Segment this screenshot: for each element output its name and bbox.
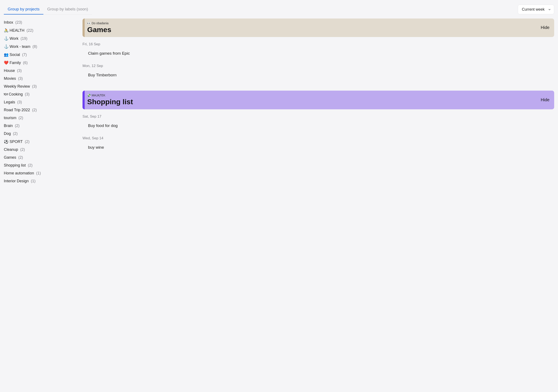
sidebar-item-count: (7)	[22, 52, 27, 57]
sidebar-item-count: (3)	[17, 69, 22, 73]
sidebar-item-label: ⚽ SPORT	[4, 139, 23, 144]
sidebar-item[interactable]: 👥 Social(7)	[4, 51, 78, 59]
sidebar-item[interactable]: ⚓ Work(19)	[4, 35, 78, 43]
date-label: Sat, Sep 17	[83, 114, 554, 119]
tab-group-by-projects[interactable]: Group by projects	[4, 4, 43, 15]
section-header: 👀 Do obadaniaGamesHide	[83, 18, 554, 37]
sidebar-item-label: Road Trip 2022	[4, 108, 30, 112]
sidebar-item-count: (3)	[25, 92, 30, 96]
sidebar-item[interactable]: Road Trip 2022(2)	[4, 106, 78, 114]
sidebar-item-label: 🍽 Cooking	[4, 92, 23, 96]
sidebar-item-label: Cleanup	[4, 148, 18, 152]
section-parent-label: 👀 Do obadania	[87, 21, 111, 25]
date-label: Fri, 16 Sep	[83, 42, 554, 46]
hide-button[interactable]: Hide	[541, 25, 549, 30]
sidebar-item-label: 👥 Social	[4, 52, 20, 57]
task-item[interactable]: Buy food for dog	[83, 120, 554, 131]
section-title: Shopping list	[87, 98, 133, 106]
content-area: 👀 Do obadaniaGamesHideFri, 16 SepClaim g…	[83, 18, 554, 185]
sidebar-item[interactable]: ⚓ Work - team(8)	[4, 43, 78, 51]
time-range-value: Current week	[522, 7, 545, 11]
sidebar-item-count: (2)	[25, 139, 30, 144]
sidebar-item-label: Dog	[4, 131, 11, 136]
sidebar-item[interactable]: Interior Design(1)	[4, 177, 78, 185]
sidebar-item-count: (2)	[32, 108, 37, 112]
sidebar-item-count: (2)	[28, 163, 33, 168]
sidebar-item-count: (3)	[18, 76, 23, 81]
sidebar-item[interactable]: 🚴 HEALTH(22)	[4, 26, 78, 35]
projects-sidebar: Inbox(23)🚴 HEALTH(22)⚓ Work(19)⚓ Work - …	[4, 18, 78, 185]
sidebar-item[interactable]: Home automation(1)	[4, 169, 78, 177]
sidebar-item-count: (2)	[20, 148, 25, 152]
sidebar-item-count: (2)	[15, 123, 19, 128]
sidebar-item-label: Weekly Review	[4, 84, 30, 89]
sidebar-item-count: (6)	[23, 61, 28, 65]
sidebar-item-count: (23)	[15, 20, 22, 25]
sidebar-item-count: (22)	[26, 28, 33, 33]
sidebar-item-count: (2)	[18, 116, 23, 120]
sidebar-item-label: Brain	[4, 123, 13, 128]
sidebar-item[interactable]: tourism(2)	[4, 114, 78, 122]
sidebar-item-label: ❤️ Family	[4, 61, 21, 65]
sidebar-item-count: (3)	[32, 84, 37, 89]
sidebar-item-label: tourism	[4, 116, 16, 120]
tab-group-by-labels[interactable]: Group by labels (soon)	[43, 4, 92, 15]
sidebar-item-count: (1)	[36, 171, 41, 175]
date-label: Wed, Sep 14	[83, 136, 554, 140]
sidebar-item-label: Interior Design	[4, 179, 29, 183]
sidebar-item-label: Inbox	[4, 20, 13, 25]
task-item[interactable]: Buy Timberborn	[83, 70, 554, 80]
task-item[interactable]: buy wine	[83, 142, 554, 153]
section-parent-label: 💸 MAJĄTEK	[87, 94, 133, 97]
time-range-select[interactable]: Current week	[518, 5, 554, 14]
sidebar-item-label: ⚓ Work	[4, 36, 18, 41]
sidebar-item[interactable]: Games(2)	[4, 154, 78, 161]
sidebar-item-label: Shopping list	[4, 163, 26, 168]
sidebar-item-count: (3)	[17, 100, 22, 105]
sidebar-item[interactable]: Cleanup(2)	[4, 146, 78, 154]
sidebar-item-label: 🚴 HEALTH	[4, 28, 25, 33]
sidebar-item[interactable]: ⚽ SPORT(2)	[4, 138, 78, 146]
sidebar-item-count: (2)	[18, 155, 23, 160]
sidebar-item[interactable]: Dog(2)	[4, 130, 78, 138]
sidebar-item[interactable]: Inbox(23)	[4, 18, 78, 26]
sidebar-item-label: Home automation	[4, 171, 34, 175]
sidebar-item-label: House	[4, 69, 15, 73]
sidebar-item-count: (19)	[21, 36, 27, 41]
sidebar-item[interactable]: Movies(3)	[4, 75, 78, 83]
sidebar-item-label: Movies	[4, 76, 16, 81]
date-label: Mon, 12 Sep	[83, 64, 554, 68]
hide-button[interactable]: Hide	[541, 97, 549, 102]
task-item[interactable]: Claim games from Epic	[83, 48, 554, 59]
sidebar-item[interactable]: Legals(3)	[4, 98, 78, 106]
chevron-down-icon	[548, 8, 551, 11]
sidebar-item-count: (2)	[13, 131, 18, 136]
sidebar-item[interactable]: Brain(2)	[4, 122, 78, 130]
sidebar-item[interactable]: Shopping list(2)	[4, 161, 78, 169]
sidebar-item[interactable]: ❤️ Family(6)	[4, 59, 78, 67]
sidebar-item-label: ⚓ Work - team	[4, 44, 30, 49]
sidebar-item-count: (1)	[31, 179, 35, 183]
tabs-bar: Group by projects Group by labels (soon)	[4, 4, 92, 15]
sidebar-item-label: Games	[4, 155, 16, 160]
section-header: 💸 MAJĄTEKShopping listHide	[83, 91, 554, 109]
sidebar-item[interactable]: House(3)	[4, 67, 78, 75]
sidebar-item-count: (8)	[33, 44, 37, 49]
sidebar-item[interactable]: Weekly Review(3)	[4, 83, 78, 90]
section-title: Games	[87, 26, 111, 34]
sidebar-item[interactable]: 🍽 Cooking(3)	[4, 90, 78, 98]
sidebar-item-label: Legals	[4, 100, 15, 105]
